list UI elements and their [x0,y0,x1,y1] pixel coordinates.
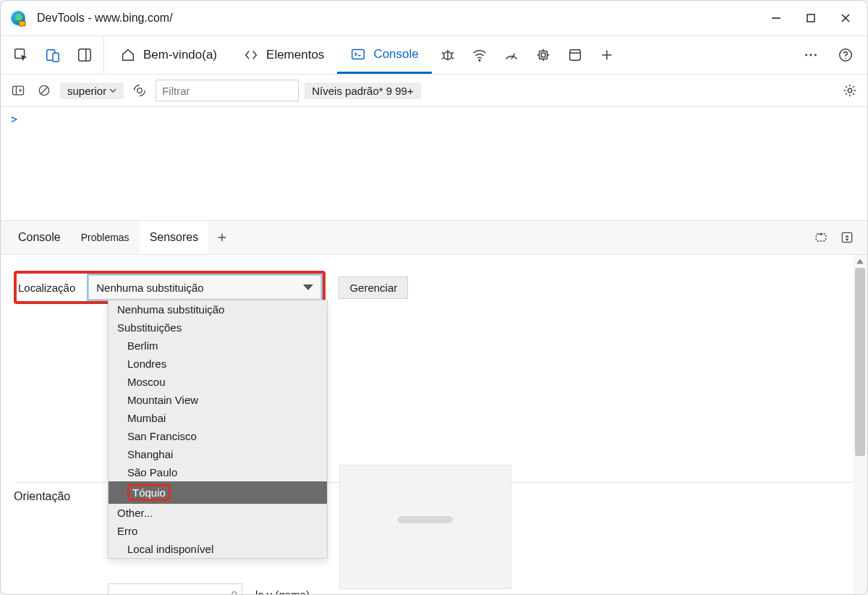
dd-item-london[interactable]: Londres [109,355,327,373]
drawer-tab-sensors[interactable]: Sensores [140,221,209,254]
dd-item-mumbai[interactable]: Mumbai [109,409,327,427]
console-icon [350,46,366,62]
console-toolbar: superior Níveis padrão* 9 99+ [1,75,867,107]
maximize-button[interactable] [793,1,828,35]
gamma-label: lo y (gama) [255,588,310,596]
location-select[interactable]: Nenhuma substituição [88,275,321,300]
orientation-label: Orientação [14,490,99,503]
svg-point-33 [805,54,807,56]
dd-item-other[interactable]: Other... [109,504,327,522]
svg-rect-9 [53,53,59,62]
inspect-element-icon[interactable] [5,36,37,74]
console-prompt: > [11,113,17,126]
dd-item-berlin[interactable]: Berlim [109,337,327,355]
console-output[interactable]: > [1,107,867,220]
svg-point-37 [845,58,846,59]
drawer-add-tab-icon[interactable] [208,231,236,244]
wifi-icon[interactable] [464,36,495,74]
tab-console[interactable]: Console [337,36,431,74]
code-icon [243,47,259,63]
svg-point-1 [15,14,22,21]
svg-rect-10 [79,49,91,62]
dd-error-header: Erro [109,522,327,540]
dd-item-sanfrancisco[interactable]: San Francisco [109,427,327,445]
gamma-input[interactable] [108,583,242,595]
svg-point-35 [814,54,817,56]
location-selected-value: Nenhuma substituição [96,282,203,294]
svg-point-43 [848,88,852,93]
add-tab-icon[interactable] [591,36,623,74]
expand-drawer-icon[interactable] [808,224,834,250]
drawer-tabs: Console Problemas Sensores [1,220,867,255]
home-icon [120,47,136,63]
dd-item-tokyo[interactable]: Tóquio [109,481,327,504]
cpu-icon[interactable] [527,36,559,74]
console-settings-icon[interactable] [840,80,860,101]
svg-line-17 [451,52,454,54]
tab-welcome[interactable]: Bem-vindo(a) [107,36,230,74]
svg-line-18 [442,58,444,59]
dock-side-icon[interactable] [69,36,101,74]
svg-point-42 [137,88,142,93]
manage-button[interactable]: Gerenciar [339,277,408,299]
tab-console-label: Console [373,47,418,62]
performance-icon[interactable] [495,36,527,74]
live-expression-icon[interactable] [129,80,150,101]
tab-elements[interactable]: Elementos [230,36,337,74]
bug-icon[interactable] [432,36,464,74]
device-toggle-icon[interactable] [37,36,69,74]
dd-item-moscow[interactable]: Moscou [109,373,327,391]
dd-item-mountainview[interactable]: Mountain View [109,391,327,409]
application-icon[interactable] [559,36,591,74]
svg-line-19 [451,58,454,59]
svg-rect-24 [541,53,545,57]
drawer-tab-problems[interactable]: Problemas [71,221,140,254]
svg-line-41 [41,88,47,93]
more-icon[interactable] [795,47,827,63]
dd-no-override[interactable]: Nenhuma substituição [109,300,327,318]
location-dropdown: Nenhuma substituição Substituições Berli… [108,300,328,559]
dd-item-shanghai[interactable]: Shanghai [109,445,327,463]
dd-overrides-header: Substituições [109,318,327,337]
location-label: Localização [18,282,75,294]
svg-rect-2 [19,21,25,26]
context-selector[interactable]: superior [60,83,124,99]
main-toolbar: Bem-vindo(a) Elementos Console [1,35,867,75]
clear-console-icon[interactable] [34,80,54,101]
svg-rect-12 [352,49,365,59]
orientation-preview [339,465,511,589]
chevron-down-icon [303,284,313,290]
edge-devtools-icon [9,9,27,27]
scrollbar-thumb[interactable] [855,268,865,456]
dd-item-saopaulo[interactable]: São Paulo [109,463,327,481]
window-title: DevTools - www.bing.com/ [37,12,173,25]
tab-elements-label: Elementos [266,48,324,62]
vertical-scrollbar[interactable] [853,255,867,595]
minimize-button[interactable] [759,1,793,35]
svg-line-16 [442,52,444,54]
svg-rect-29 [569,50,580,61]
titlebar: DevTools - www.bing.com/ [1,1,867,35]
sidebar-toggle-icon[interactable] [8,80,28,101]
svg-point-34 [810,54,812,56]
log-levels-selector[interactable]: Níveis padrão* 9 99+ [305,83,421,99]
sensors-pane: Localização Nenhuma substituição Gerenci… [1,255,867,595]
tab-welcome-label: Bem-vindo(a) [143,48,217,62]
help-icon[interactable] [830,47,861,63]
filter-input[interactable] [156,80,299,101]
dd-item-unavailable[interactable]: Local indisponível [109,540,327,558]
collapse-drawer-icon[interactable] [834,224,860,250]
svg-rect-23 [539,51,547,59]
svg-rect-4 [807,14,814,22]
drawer-tab-console[interactable]: Console [8,221,71,254]
svg-point-21 [479,59,480,61]
devtools-window: DevTools - www.bing.com/ Bem-vindo(a) El… [0,0,868,595]
chevron-down-icon [109,87,116,94]
close-button[interactable] [828,1,863,35]
